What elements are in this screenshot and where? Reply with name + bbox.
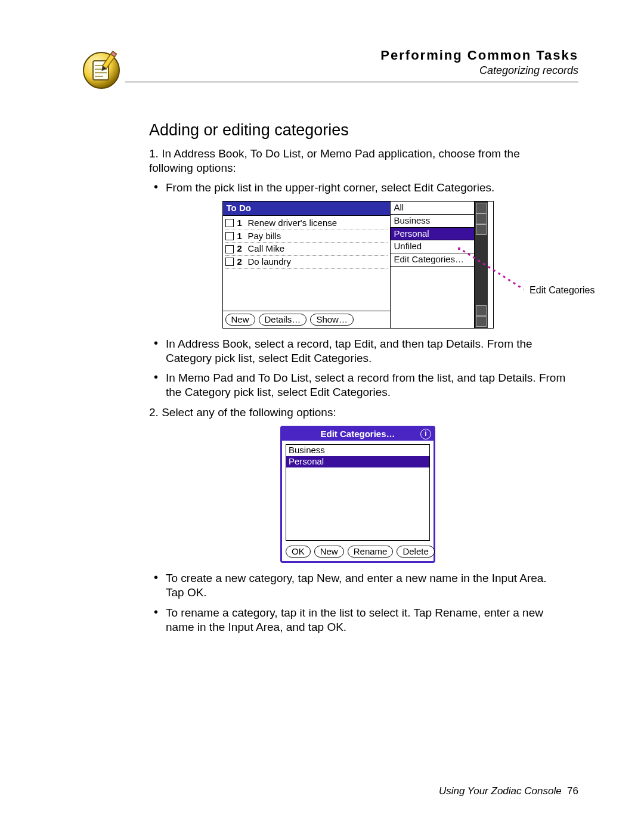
category-row-personal[interactable]: Personal (286, 456, 429, 467)
step-1-bullet-a: From the pick list in the upper-right co… (166, 181, 566, 195)
category-row-business[interactable]: Business (286, 445, 429, 456)
step-1-bullet-b: In Address Book, select a record, tap Ed… (166, 337, 566, 366)
category-picklist[interactable]: All Business Personal Unfiled Edit Categ… (390, 202, 474, 328)
step-1-intro: In Address Book, To Do List, or Memo Pad… (149, 147, 520, 174)
todo-text: Pay bills (248, 231, 281, 242)
footer-book-title: Using Your Zodiac Console (439, 785, 562, 797)
ok-button[interactable]: OK (286, 546, 311, 558)
step-1-bullet-c: In Memo Pad and To Do List, select a rec… (166, 371, 566, 400)
todo-priority: 2 (237, 256, 244, 268)
dialog-title-text: Edit Categories… (320, 429, 395, 439)
step-1: 1. In Address Book, To Do List, or Memo … (149, 147, 566, 175)
step-2-bullet-a: To create a new category, tap New, and e… (166, 571, 566, 600)
dialog-title: Edit Categories… i (282, 428, 434, 441)
sidebar-icons (474, 202, 488, 328)
page-number: 76 (567, 785, 578, 797)
menu-icon[interactable] (476, 213, 487, 224)
step-2: 2. Select any of the following options: (149, 405, 566, 420)
delete-button[interactable]: Delete (397, 546, 434, 558)
picklist-item-all[interactable]: All (391, 202, 474, 215)
todo-priority: 2 (237, 243, 244, 255)
step-1-num: 1. (149, 147, 159, 160)
todo-list: 1 Renew driver's license 1 Pay bills 2 C… (223, 216, 390, 311)
checkbox-icon[interactable] (225, 219, 234, 227)
figure-edit-categories-dialog: Edit Categories… i Business Personal OK … (280, 426, 435, 563)
picklist-item-personal[interactable]: Personal (391, 228, 474, 241)
page-header: Performing Common Tasks Categorizing rec… (78, 48, 578, 91)
todo-item[interactable]: 1 Pay bills (225, 230, 388, 243)
show-button[interactable]: Show… (310, 314, 354, 326)
picklist-item-unfiled[interactable]: Unfiled (391, 240, 474, 253)
new-button[interactable]: New (225, 314, 255, 326)
todo-priority: 1 (237, 231, 244, 242)
details-button[interactable]: Details… (259, 314, 307, 326)
dot-icon[interactable] (476, 224, 487, 235)
checkbox-icon[interactable] (225, 232, 234, 240)
category-list[interactable]: Business Personal (286, 444, 430, 541)
todo-text: Renew driver's license (248, 218, 338, 229)
todo-item[interactable]: 2 Do laundry (225, 256, 388, 269)
heading: Adding or editing categories (149, 120, 566, 141)
todo-window-title: To Do (223, 202, 390, 216)
todo-priority: 1 (237, 218, 244, 229)
chapter-title: Performing Common Tasks (125, 48, 578, 63)
new-button[interactable]: New (314, 546, 344, 558)
checkbox-icon[interactable] (225, 258, 234, 266)
step-2-num: 2. (149, 406, 159, 419)
app-icon (78, 48, 125, 91)
rename-button[interactable]: Rename (348, 546, 394, 558)
info-icon[interactable]: i (420, 429, 431, 439)
scroll-up-icon[interactable] (476, 305, 487, 316)
section-subtitle: Categorizing records (125, 64, 578, 77)
home-icon[interactable] (476, 203, 487, 213)
step-2-intro: Select any of the following options: (162, 406, 336, 419)
checkbox-icon[interactable] (225, 245, 234, 253)
todo-text: Do laundry (248, 256, 292, 268)
todo-item[interactable]: 1 Renew driver's license (225, 217, 388, 230)
scroll-down-icon[interactable] (476, 316, 487, 327)
todo-text: Call Mike (248, 243, 285, 255)
todo-item[interactable]: 2 Call Mike (225, 243, 388, 256)
callout-edit-categories: Edit Categories (530, 284, 595, 296)
page-footer: Using Your Zodiac Console 76 (439, 785, 578, 797)
picklist-item-edit-categories[interactable]: Edit Categories… (391, 253, 474, 267)
picklist-item-business[interactable]: Business (391, 215, 474, 228)
step-2-bullet-b: To rename a category, tap it in the list… (166, 606, 566, 634)
figure-todo-picklist: To Do 1 Renew driver's license 1 Pay bil… (222, 201, 494, 329)
